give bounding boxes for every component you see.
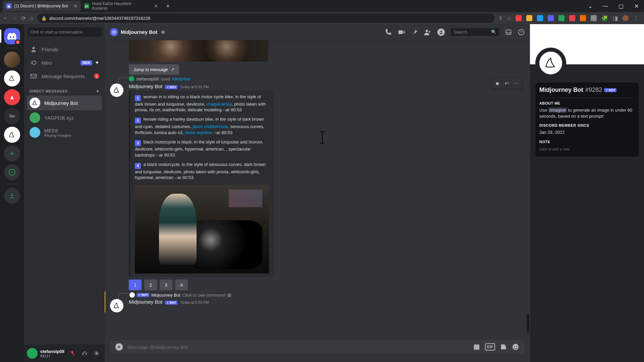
tab-strip: ◉ (2) Discord | @Midjourney Bot ✕ px Hun… (0, 0, 644, 12)
reply-reference[interactable]: BOT Midjourney Bot Click to see command … (129, 292, 231, 298)
gif-icon[interactable]: GIF (485, 343, 495, 351)
message-input[interactable]: Message @Midjourney Bot (127, 344, 468, 350)
browser-tab-inactive[interactable]: px Hund Katze Haustiere - Kostenlo ✕ (81, 1, 161, 11)
jump-to-message-button[interactable]: Jump to message ↗ (129, 64, 179, 75)
guild-server[interactable] (4, 70, 20, 86)
extension-icon[interactable] (569, 15, 575, 21)
bot-badge: BOT (165, 301, 177, 305)
menu-dots-icon[interactable]: ⋮ (633, 15, 639, 21)
close-tab-icon[interactable]: ✕ (73, 3, 77, 9)
dm-item-midjourney[interactable]: Midjourney Bot (27, 96, 102, 110)
create-dm-icon[interactable]: + (96, 88, 99, 94)
profile-avatar[interactable] (537, 50, 564, 76)
pinned-messages-icon[interactable] (411, 29, 418, 36)
profile-avatar-icon[interactable] (623, 15, 629, 21)
sidebar-item-friends[interactable]: Friends (27, 43, 102, 56)
guild-server[interactable] (4, 52, 20, 68)
inbox-icon[interactable] (505, 29, 512, 36)
command-mention[interactable]: /imagine (548, 108, 567, 113)
close-tab-icon[interactable]: ✕ (154, 3, 158, 9)
share-icon[interactable]: ⇪ (498, 15, 503, 21)
sidebar-item-nitro[interactable]: Nitro NEW ✦ (27, 56, 102, 69)
guild-folder[interactable]: Svs (4, 108, 20, 124)
add-server-button[interactable]: + (4, 145, 20, 162)
forward-icon[interactable]: → (12, 15, 17, 21)
download-apps-button[interactable] (4, 188, 20, 204)
reload-icon[interactable]: ⟳ (21, 15, 26, 21)
close-window-icon[interactable]: ✕ (629, 1, 644, 11)
click-to-see-command[interactable]: Click to see command (182, 293, 225, 298)
explore-servers-button[interactable] (4, 164, 20, 180)
user-avatar[interactable] (27, 348, 38, 359)
emoji-icon[interactable] (512, 343, 519, 351)
voice-call-icon[interactable] (384, 28, 392, 36)
option-3-button[interactable]: 3 (160, 280, 172, 290)
option-1-button[interactable]: 1 (129, 280, 142, 290)
message-avatar[interactable] (110, 83, 123, 97)
message-timestamp: Today at 5:33 PM (180, 300, 209, 304)
sticker-icon[interactable] (500, 343, 507, 351)
settings-gear-icon[interactable] (91, 348, 102, 359)
home-icon[interactable]: ⌂ (30, 15, 33, 21)
link[interactable]: nikita veprikov (185, 130, 212, 135)
extension-icon[interactable] (580, 15, 586, 21)
add-friend-icon[interactable] (424, 28, 431, 36)
more-icon[interactable]: ⋯ (512, 78, 521, 88)
dm-search-input[interactable]: Find or start a conversation (28, 27, 101, 37)
deafen-icon[interactable] (79, 348, 90, 359)
extension-icon[interactable] (591, 15, 597, 21)
scrollbar-thumb[interactable] (527, 314, 529, 333)
reply-reference[interactable]: stefanstp08 used /describe (129, 76, 190, 81)
message-avatar[interactable] (110, 299, 123, 312)
dm-item-mee6[interactable]: MEE6 Playing /imagine (27, 125, 102, 140)
extension-icon[interactable] (526, 15, 532, 21)
extension-icon[interactable] (537, 15, 543, 21)
link[interactable]: jason middlebrook (193, 124, 228, 129)
dm-item-yagpdb[interactable]: YAGPDB.xyz (27, 110, 102, 125)
bookmark-icon[interactable]: ☆ (507, 15, 512, 21)
hide-profile-icon[interactable] (437, 28, 445, 36)
new-badge: NEW (80, 60, 92, 65)
help-icon[interactable]: ? (518, 29, 525, 36)
minimize-icon[interactable]: — (598, 1, 613, 11)
reply-user: stefanstp08 (136, 76, 159, 81)
maximize-icon[interactable]: ▢ (613, 1, 629, 11)
home-button[interactable]: 2 (4, 28, 20, 44)
previous-message-image[interactable] (129, 40, 268, 62)
guild-server[interactable]: ▲ (4, 89, 20, 105)
message-list[interactable]: Jump to message ↗ stefanstp08 used /desc… (105, 40, 530, 340)
sidebar-item-message-requests[interactable]: Message Requests 1 (27, 69, 102, 83)
user-info[interactable]: stefanstp08 #3117 (40, 349, 64, 358)
extension-icon[interactable] (558, 15, 565, 21)
guild-server[interactable] (4, 127, 20, 143)
window-controls: ⌄ — ▢ ✕ (582, 1, 644, 11)
back-icon[interactable]: ← (3, 15, 8, 21)
sidepanel-icon[interactable]: ◨ (613, 15, 618, 21)
note-input[interactable] (539, 146, 635, 153)
new-tab-button[interactable]: + (163, 1, 173, 11)
add-reaction-icon[interactable]: ☻ (493, 78, 502, 88)
extensions-puzzle-icon[interactable]: 🧩 (601, 15, 608, 21)
guild-label: Svs (9, 114, 15, 118)
option-2-button[interactable]: 2 (144, 280, 157, 290)
composer-box[interactable]: + Message @Midjourney Bot GIF (110, 340, 525, 354)
message-highlighted: BOT Midjourney Bot Click to see command … (105, 292, 525, 312)
extension-icon[interactable] (516, 15, 522, 21)
friends-icon (30, 45, 38, 53)
browser-tab-active[interactable]: ◉ (2) Discord | @Midjourney Bot ✕ (3, 1, 81, 11)
mute-mic-icon[interactable] (67, 348, 78, 359)
search-input[interactable]: Search 🔍 (451, 28, 499, 36)
link[interactable]: chagall-arsky (206, 102, 232, 107)
reply-icon[interactable]: ↩ (502, 78, 512, 88)
message-author[interactable]: Midjourney Bot (129, 83, 162, 89)
extension-icon[interactable] (548, 15, 554, 21)
gift-icon[interactable] (473, 343, 480, 351)
embed-image[interactable] (135, 185, 269, 274)
url-input[interactable]: 🔒 discord.com/channels/@me/1063443749197… (37, 13, 494, 23)
chevron-down-icon[interactable]: ⌄ (582, 1, 598, 11)
option-4-button[interactable]: 4 (175, 280, 188, 290)
attach-plus-icon[interactable]: + (115, 343, 123, 351)
message-author[interactable]: Midjourney Bot (129, 299, 162, 305)
video-call-icon[interactable] (398, 28, 405, 36)
embed-description[interactable]: 1 woman in is sitting on a black motor c… (135, 94, 269, 181)
